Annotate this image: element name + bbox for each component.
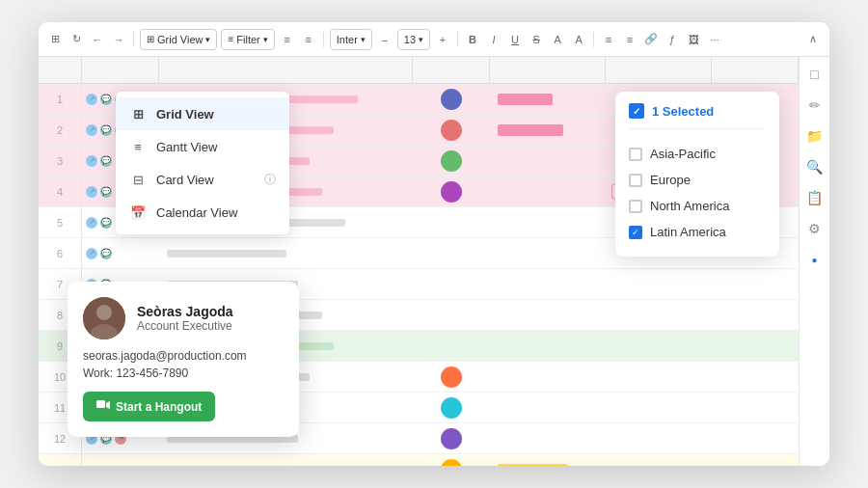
sidebar-icon-5[interactable]: 📋 — [805, 188, 825, 207]
calendar-view-icon: 📅 — [129, 203, 147, 221]
filter-button[interactable]: ≡ Filter ▾ — [221, 29, 274, 50]
sidebar-icon-3[interactable]: 📁 — [805, 126, 825, 146]
cell-stars: ★★★★ — [712, 461, 799, 467]
grid-icon[interactable]: ⊞ — [46, 31, 64, 48]
filter-selected-icon: ✓ — [629, 103, 644, 119]
checkbox-europe[interactable] — [629, 174, 642, 187]
row-actions: ↗ 💬 — [82, 248, 159, 259]
filter-option-latin[interactable]: Latin America — [629, 219, 766, 245]
cell-avatar — [413, 120, 490, 141]
view-item-grid[interactable]: ⊞ Grid View — [116, 97, 289, 130]
toolbar: ⊞ ↻ ← → ⊞ Grid View ▾ ≡ Filter ▾ ≡ ≡ Int… — [39, 22, 829, 57]
col-bar-header — [490, 57, 606, 83]
user-title: Account Executive — [137, 319, 233, 333]
main-area: 1 ↗ 💬 ⚑ — [39, 57, 829, 466]
user-email: seoras.jagoda@production.com — [83, 349, 284, 363]
divider4 — [593, 32, 594, 47]
plus-icon[interactable]: + — [434, 31, 451, 48]
comment-icon[interactable]: 💬 — [100, 186, 112, 198]
col-actions-header — [82, 57, 159, 83]
user-info-block: Seòras Jagoda Account Executive — [137, 304, 233, 333]
strikethrough-button[interactable]: S — [528, 31, 545, 48]
filter-option-asia[interactable]: Asia-Pacific — [629, 141, 766, 167]
cell-name — [159, 250, 413, 258]
divider — [133, 32, 134, 47]
size-selector[interactable]: 13 ▾ — [397, 29, 430, 50]
row-number: 13 — [39, 454, 82, 466]
row-number: 1 — [39, 84, 82, 114]
user-card: Seòras Jagoda Account Executive seoras.j… — [68, 282, 299, 437]
hangout-icon — [96, 398, 110, 415]
align-center-button[interactable]: ≡ — [621, 31, 638, 48]
cell-avatar — [413, 181, 490, 203]
sidebar-icon-2[interactable]: ✏ — [805, 95, 825, 115]
avatar — [83, 297, 125, 339]
table-row: 13 ★★★★ — [39, 454, 799, 466]
bold-button[interactable]: B — [464, 31, 481, 48]
image-button[interactable]: 🖼 — [685, 31, 702, 48]
checkbox-asia[interactable] — [629, 148, 642, 161]
grid-view-icon: ⊞ — [129, 105, 147, 122]
card-view-icon: ⊟ — [129, 171, 147, 188]
user-card-header: Seòras Jagoda Account Executive — [83, 297, 284, 339]
align-left-button[interactable]: ≡ — [600, 31, 617, 48]
col-avatar-header — [413, 57, 490, 83]
column-header-bar — [39, 57, 799, 84]
link-button[interactable]: 🔗 — [642, 31, 660, 48]
checkbox-latin[interactable] — [629, 226, 642, 239]
filter-header: ✓ 1 Selected — [629, 103, 766, 129]
col-left-icon[interactable]: ≡ — [279, 31, 296, 48]
minus-icon[interactable]: – — [376, 31, 393, 48]
sidebar-icon-6[interactable]: ⚙ — [805, 219, 825, 238]
sidebar-icon-1[interactable]: □ — [805, 65, 825, 84]
expand-icon[interactable]: ↗ — [86, 124, 97, 136]
view-item-calendar[interactable]: 📅 Calendar View — [116, 196, 289, 229]
start-hangout-button[interactable]: Start a Hangout — [83, 392, 215, 421]
expand-icon[interactable]: ↗ — [86, 217, 97, 229]
col-right-icon[interactable]: ≡ — [300, 31, 317, 48]
comment-icon[interactable]: 💬 — [100, 248, 112, 259]
divider2 — [323, 32, 324, 47]
comment-icon[interactable]: 💬 — [100, 124, 112, 136]
col-name-header — [159, 57, 413, 83]
comment-icon[interactable]: 💬 — [100, 155, 112, 167]
expand-icon[interactable]: ↗ — [86, 248, 97, 259]
row-number: 3 — [39, 146, 82, 176]
expand-icon[interactable]: ↗ — [86, 186, 97, 198]
user-work: Work: 123-456-7890 — [83, 366, 284, 380]
view-item-card[interactable]: ⊟ Card View ⓘ — [116, 163, 289, 196]
row-number: 6 — [39, 238, 82, 268]
sidebar-icon-4[interactable]: 🔍 — [805, 157, 825, 176]
italic-button[interactable]: I — [485, 31, 502, 48]
text-color-button[interactable]: A — [570, 31, 587, 48]
right-sidebar: □ ✏ 📁 🔍 📋 ⚙ ● — [799, 57, 829, 466]
user-name: Seòras Jagoda — [137, 304, 233, 319]
formula-button[interactable]: ƒ — [664, 31, 681, 48]
expand-icon[interactable]: ↗ — [86, 155, 97, 167]
col-region-header — [606, 57, 712, 83]
row-number: 2 — [39, 115, 82, 145]
cell-avatar — [413, 150, 490, 172]
underline-button[interactable]: U — [506, 31, 524, 48]
cell-bar — [490, 94, 606, 105]
filter-option-north[interactable]: North America — [629, 193, 766, 219]
font-selector[interactable]: Inter ▾ — [330, 29, 372, 50]
view-selector[interactable]: ⊞ Grid View ▾ — [140, 29, 217, 50]
highlight-color-button[interactable]: A — [549, 31, 566, 48]
more-button[interactable]: ··· — [706, 31, 723, 48]
sidebar-icon-7[interactable]: ● — [805, 250, 825, 269]
cell-avatar — [413, 428, 490, 449]
filter-option-europe[interactable]: Europe — [629, 167, 766, 193]
checkbox-north[interactable] — [629, 200, 642, 213]
comment-icon[interactable]: 💬 — [100, 217, 112, 229]
card-view-info-icon: ⓘ — [264, 172, 276, 188]
svg-rect-3 — [96, 400, 105, 408]
cell-avatar — [413, 459, 490, 467]
view-item-gantt[interactable]: ≡ Gantt View — [116, 130, 289, 163]
forward-icon[interactable]: → — [110, 31, 127, 48]
close-icon[interactable]: ∧ — [804, 31, 822, 48]
back-icon[interactable]: ← — [89, 31, 106, 48]
expand-icon[interactable]: ↗ — [86, 94, 97, 105]
refresh-icon[interactable]: ↻ — [68, 31, 85, 48]
comment-icon[interactable]: 💬 — [100, 94, 112, 105]
